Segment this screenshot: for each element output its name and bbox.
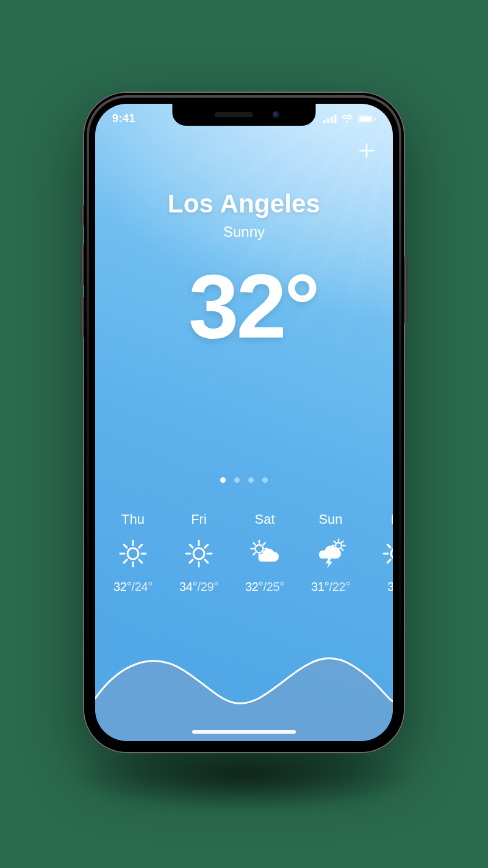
home-indicator[interactable]: [192, 730, 296, 734]
front-camera: [272, 111, 279, 118]
svg-line-29: [253, 553, 255, 555]
svg-rect-6: [374, 117, 376, 120]
earpiece-speaker: [215, 112, 253, 117]
sun-icon: [182, 537, 215, 570]
svg-rect-0: [323, 120, 326, 123]
page-indicator[interactable]: [95, 477, 393, 483]
svg-line-15: [139, 544, 142, 548]
forecast-day-temps: 31°/22°: [311, 580, 350, 594]
svg-line-11: [124, 560, 127, 563]
svg-rect-3: [334, 115, 337, 123]
svg-line-36: [342, 549, 343, 550]
partly-cloudy-icon: [248, 537, 281, 570]
svg-rect-5: [359, 116, 372, 121]
svg-line-33: [264, 543, 265, 544]
location-name: Los Angeles: [95, 189, 393, 219]
wifi-icon: [341, 115, 353, 123]
svg-line-13: [124, 544, 127, 548]
page-dot[interactable]: [262, 477, 268, 483]
forecast-day-label: Sat: [254, 512, 274, 527]
forecast-day-label: Thu: [121, 512, 145, 527]
svg-line-42: [342, 541, 343, 543]
current-weather: Los Angeles Sunny 32°: [95, 189, 393, 352]
svg-point-16: [193, 548, 204, 559]
svg-rect-2: [331, 117, 333, 123]
forecast-row[interactable]: Thu32°/24°Fri34°/29°Sat32°/25°Sun31°/22°…: [95, 512, 393, 594]
forecast-day[interactable]: M32°: [364, 512, 393, 594]
forecast-day-temps: 32°: [387, 580, 393, 594]
svg-point-7: [127, 548, 138, 559]
mute-switch[interactable]: [81, 204, 84, 226]
phone-frame: 9:41: [83, 92, 405, 753]
svg-line-9: [139, 560, 142, 563]
device-notch: [173, 104, 316, 126]
svg-point-34: [336, 543, 342, 549]
condition-label: Sunny: [95, 223, 393, 241]
svg-line-18: [205, 560, 208, 563]
svg-line-22: [190, 544, 193, 548]
svg-line-40: [334, 541, 336, 543]
sun-icon: [380, 537, 393, 570]
svg-line-24: [205, 544, 208, 548]
page-dot[interactable]: [220, 477, 226, 483]
weather-app-screen[interactable]: 9:41: [95, 104, 393, 741]
sun-icon: [117, 537, 149, 570]
add-location-button[interactable]: [356, 142, 377, 162]
plus-icon: [358, 142, 375, 162]
forecast-day-label: Sun: [318, 512, 342, 527]
temperature-wave-chart: [95, 607, 393, 741]
forecast-day[interactable]: Thu32°/24°: [100, 512, 166, 594]
cellular-signal-icon: [323, 115, 337, 123]
forecast-day-temps: 32°/24°: [113, 580, 152, 594]
svg-line-49: [387, 544, 390, 548]
svg-rect-1: [327, 118, 329, 123]
volume-down-button[interactable]: [81, 297, 84, 338]
page-dot[interactable]: [248, 477, 254, 483]
battery-icon: [357, 115, 376, 123]
forecast-day-temps: 34°/29°: [179, 580, 218, 594]
svg-point-43: [391, 548, 393, 559]
forecast-day-label: Fri: [191, 512, 207, 527]
svg-line-31: [253, 543, 255, 544]
page-dot[interactable]: [234, 477, 240, 483]
forecast-day[interactable]: Sat32°/25°: [232, 512, 298, 594]
forecast-day-temps: 32°/25°: [245, 580, 284, 594]
svg-point-25: [256, 545, 264, 553]
current-temperature: 32°: [95, 261, 393, 352]
svg-line-20: [190, 560, 193, 563]
volume-up-button[interactable]: [81, 244, 84, 286]
power-button[interactable]: [404, 256, 407, 324]
forecast-day[interactable]: Sun31°/22°: [298, 512, 364, 594]
status-time: 9:41: [112, 112, 135, 125]
forecast-day[interactable]: Fri34°/29°: [166, 512, 232, 594]
thunderstorm-icon: [314, 537, 347, 570]
forecast-day-label: M: [391, 512, 393, 527]
svg-line-47: [387, 560, 390, 563]
